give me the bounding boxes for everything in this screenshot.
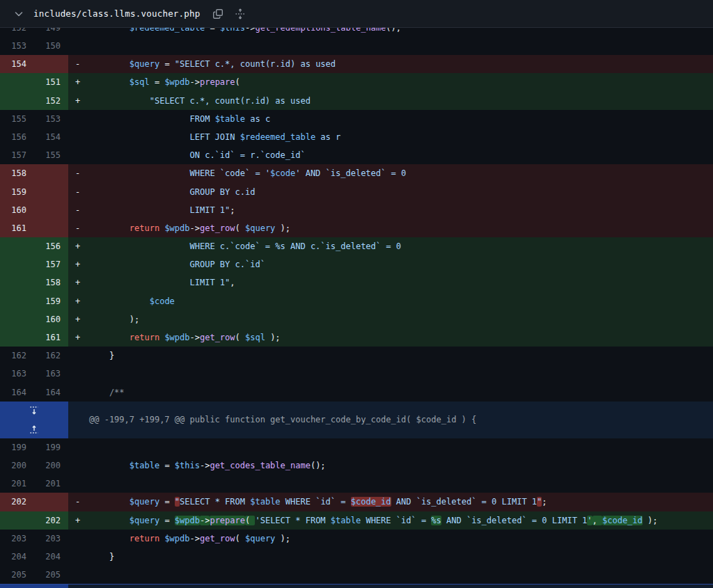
- old-line-number[interactable]: [0, 511, 34, 530]
- new-line-number[interactable]: 157: [34, 255, 68, 273]
- old-line-number[interactable]: 154: [0, 55, 34, 73]
- diff-table: 152149 $redeemed_table = $this->get_rede…: [0, 28, 713, 588]
- new-line-number[interactable]: 201: [34, 475, 68, 493]
- diff-marker: -: [75, 493, 89, 511]
- new-line-number[interactable]: 203: [34, 530, 68, 548]
- code-token: =: [205, 28, 220, 33]
- diff-row: 157155 ON c.`id` = r.`code_id`: [0, 146, 713, 164]
- code-line: - return $wpdb->get_row( $query );: [68, 219, 713, 237]
- new-line-number[interactable]: 158: [34, 273, 68, 292]
- expand-all-button[interactable]: [233, 6, 248, 22]
- new-line-number[interactable]: 159: [34, 292, 68, 310]
- old-line-number[interactable]: 155: [0, 110, 34, 128]
- new-line-number[interactable]: [34, 201, 68, 219]
- old-line-number[interactable]: 153: [0, 37, 34, 55]
- diff-row: 202+ $query = $wpdb->prepare( 'SELECT * …: [0, 511, 713, 530]
- new-line-number[interactable]: [34, 219, 68, 237]
- old-line-number[interactable]: 156: [0, 128, 34, 146]
- diff-row: 162162 }: [0, 347, 713, 365]
- old-line-number[interactable]: 202: [0, 493, 34, 511]
- old-line-number[interactable]: 159: [0, 183, 34, 201]
- old-line-number[interactable]: [0, 292, 34, 310]
- old-line-number[interactable]: [0, 310, 34, 328]
- old-line-number[interactable]: [0, 73, 34, 91]
- diff-row: 151+ $sql = $wpdb->prepare(: [0, 73, 713, 91]
- new-line-number[interactable]: 160: [34, 310, 68, 328]
- old-line-number[interactable]: [0, 255, 34, 273]
- new-line-number[interactable]: 162: [34, 347, 68, 365]
- new-line-number[interactable]: 200: [34, 456, 68, 475]
- code-token: [89, 333, 130, 342]
- code-token: ON c.`id` = r.`code_id`: [190, 150, 306, 160]
- code-token: (: [235, 534, 245, 543]
- code-token: return: [130, 223, 159, 233]
- code-token: LIMIT 1": [190, 205, 230, 215]
- old-line-number[interactable]: 203: [0, 530, 34, 548]
- old-line-number[interactable]: 152: [0, 28, 34, 37]
- new-line-number[interactable]: [34, 493, 68, 511]
- old-line-number[interactable]: [0, 237, 34, 255]
- code-line: [68, 566, 713, 584]
- old-line-number[interactable]: 157: [0, 146, 34, 164]
- code-token: $code: [150, 296, 175, 306]
- new-line-number[interactable]: 155: [34, 146, 68, 164]
- old-line-number[interactable]: 160: [0, 201, 34, 219]
- old-line-number[interactable]: 161: [0, 219, 34, 237]
- new-line-number[interactable]: 153: [34, 110, 68, 128]
- chevron-down-icon: [13, 8, 24, 19]
- code-token: =: [159, 59, 175, 69]
- code-token: [89, 59, 130, 69]
- copy-path-button[interactable]: [210, 6, 226, 22]
- old-line-number[interactable]: [0, 273, 34, 292]
- diff-row: 160+ );: [0, 310, 713, 328]
- new-line-number[interactable]: 199: [34, 438, 68, 456]
- new-line-number[interactable]: 151: [34, 73, 68, 91]
- new-line-number[interactable]: 202: [34, 511, 68, 530]
- old-line-number[interactable]: 163: [0, 365, 34, 383]
- file-collapse-button[interactable]: [11, 6, 26, 22]
- new-line-number[interactable]: 149: [34, 28, 68, 37]
- code-token: (: [245, 516, 255, 525]
- code-token: =: [150, 77, 165, 87]
- hunk-expand-gutter: [0, 402, 68, 438]
- new-line-number[interactable]: 164: [34, 383, 68, 402]
- code-token: $redeemed_table: [240, 132, 315, 142]
- old-line-number[interactable]: 200: [0, 456, 34, 475]
- code-line: + $query = $wpdb->prepare( 'SELECT * FRO…: [68, 511, 713, 530]
- code-token: $table: [331, 516, 361, 525]
- expand-down-button[interactable]: [0, 402, 68, 420]
- old-line-number[interactable]: 201: [0, 475, 34, 493]
- new-line-number[interactable]: 150: [34, 37, 68, 55]
- code-token: (: [235, 77, 240, 87]
- code-line: }: [68, 347, 713, 365]
- new-line-number[interactable]: 156: [34, 237, 68, 255]
- new-line-number[interactable]: 152: [34, 92, 68, 110]
- old-line-number[interactable]: 164: [0, 383, 34, 402]
- code-token: [89, 497, 130, 507]
- code-token: ->: [245, 28, 255, 33]
- old-line-number[interactable]: 162: [0, 347, 34, 365]
- code-line: - GROUP BY c.id: [68, 183, 713, 201]
- new-line-number[interactable]: 161: [34, 328, 68, 347]
- new-line-number[interactable]: 205: [34, 566, 68, 584]
- code-token: as r: [315, 132, 340, 142]
- code-token: );: [89, 315, 139, 324]
- old-line-number[interactable]: 158: [0, 164, 34, 182]
- code-token: ;: [542, 497, 547, 507]
- code-line: return $wpdb->get_row( $query );: [68, 530, 713, 548]
- old-line-number[interactable]: [0, 92, 34, 110]
- new-line-number[interactable]: [34, 164, 68, 182]
- new-line-number[interactable]: 204: [34, 548, 68, 566]
- old-line-number[interactable]: 204: [0, 548, 34, 566]
- new-line-number[interactable]: [34, 55, 68, 73]
- code-line: + GROUP BY c.`id`: [68, 255, 713, 273]
- old-line-number[interactable]: 205: [0, 566, 34, 584]
- old-line-number[interactable]: 199: [0, 438, 34, 456]
- new-line-number[interactable]: 154: [34, 128, 68, 146]
- code-token: [89, 205, 190, 215]
- old-line-number[interactable]: [0, 328, 34, 347]
- expand-up-button[interactable]: [0, 420, 68, 438]
- new-line-number[interactable]: 163: [34, 365, 68, 383]
- code-line: + $code: [68, 292, 713, 310]
- new-line-number[interactable]: [34, 183, 68, 201]
